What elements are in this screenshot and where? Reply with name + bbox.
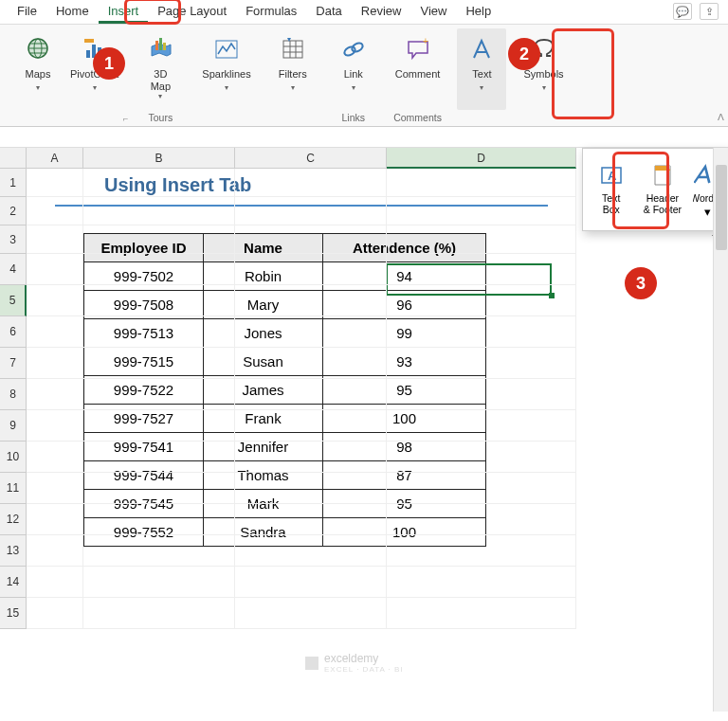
- tab-home[interactable]: Home: [46, 0, 99, 24]
- text-button[interactable]: Text▾: [457, 28, 506, 110]
- cell[interactable]: [235, 379, 387, 410]
- cell[interactable]: [83, 169, 235, 197]
- cell[interactable]: [83, 316, 235, 348]
- cell[interactable]: [387, 567, 576, 598]
- cell[interactable]: [27, 197, 83, 225]
- cell[interactable]: [235, 598, 387, 629]
- row-header-8[interactable]: 8: [0, 379, 27, 410]
- tab-page-layout[interactable]: Page Layout: [148, 0, 236, 24]
- cell[interactable]: [27, 473, 83, 504]
- cell[interactable]: [83, 379, 235, 410]
- vertical-scrollbar[interactable]: [713, 148, 728, 712]
- cell[interactable]: [27, 504, 83, 535]
- column-header-D[interactable]: D: [387, 148, 576, 169]
- row-header-5[interactable]: 5: [0, 285, 27, 316]
- cell[interactable]: [387, 316, 576, 348]
- row-header-14[interactable]: 14: [0, 567, 27, 598]
- header-footer-button[interactable]: Header & Footer: [638, 156, 687, 223]
- cell[interactable]: [235, 473, 387, 504]
- row-header-6[interactable]: 6: [0, 316, 27, 348]
- cell[interactable]: [83, 598, 235, 629]
- cell[interactable]: [235, 410, 387, 442]
- cell[interactable]: [387, 197, 576, 225]
- row-header-9[interactable]: 9: [0, 410, 27, 442]
- cell[interactable]: [83, 254, 235, 285]
- cell[interactable]: [387, 473, 576, 504]
- row-header-3[interactable]: 3: [0, 225, 27, 254]
- scrollbar-thumb[interactable]: [716, 165, 727, 250]
- cell[interactable]: [27, 535, 83, 567]
- tab-view[interactable]: View: [410, 0, 456, 24]
- cell[interactable]: [83, 567, 235, 598]
- tab-file[interactable]: File: [8, 0, 46, 24]
- cell[interactable]: [235, 567, 387, 598]
- tab-data[interactable]: Data: [306, 0, 351, 24]
- cell[interactable]: [27, 379, 83, 410]
- tab-formulas[interactable]: Formulas: [236, 0, 306, 24]
- cell[interactable]: [387, 410, 576, 442]
- cell[interactable]: [387, 535, 576, 567]
- share-icon[interactable]: ⇪: [700, 3, 719, 20]
- cell[interactable]: [27, 442, 83, 473]
- cell[interactable]: [387, 504, 576, 535]
- ribbon-collapse-icon[interactable]: ᐱ: [718, 112, 724, 122]
- cell[interactable]: [83, 535, 235, 567]
- row-header-1[interactable]: 1: [0, 169, 27, 197]
- cell[interactable]: [235, 504, 387, 535]
- cell[interactable]: [83, 442, 235, 473]
- cell[interactable]: [235, 254, 387, 285]
- cell[interactable]: [27, 410, 83, 442]
- cell[interactable]: [27, 254, 83, 285]
- select-all-corner[interactable]: [0, 148, 27, 169]
- cell[interactable]: [27, 225, 83, 254]
- comments-icon[interactable]: 💬: [673, 3, 692, 20]
- maps-button[interactable]: Maps▾: [13, 28, 63, 110]
- column-header-A[interactable]: A: [27, 148, 83, 169]
- cell[interactable]: [387, 225, 576, 254]
- tab-review[interactable]: Review: [352, 0, 411, 24]
- row-header-7[interactable]: 7: [0, 348, 27, 379]
- cell[interactable]: [83, 285, 235, 316]
- cell[interactable]: [235, 316, 387, 348]
- cell[interactable]: [235, 535, 387, 567]
- row-header-11[interactable]: 11: [0, 473, 27, 504]
- cell[interactable]: [83, 473, 235, 504]
- group-launcher-icon[interactable]: ⌐: [123, 114, 128, 123]
- filters-button[interactable]: Filters▾: [268, 28, 318, 110]
- cell[interactable]: [387, 442, 576, 473]
- symbols-button[interactable]: Symbols▾: [518, 28, 569, 110]
- pivotchart-button[interactable]: PivotChart▾: [64, 28, 124, 110]
- cell[interactable]: [83, 197, 235, 225]
- cell[interactable]: [387, 285, 576, 316]
- cell[interactable]: [27, 169, 83, 197]
- row-header-15[interactable]: 15: [0, 598, 27, 629]
- cell[interactable]: [83, 225, 235, 254]
- cell[interactable]: [387, 254, 576, 285]
- cell[interactable]: [235, 285, 387, 316]
- row-header-2[interactable]: 2: [0, 197, 27, 225]
- cell[interactable]: [387, 169, 576, 197]
- column-header-C[interactable]: C: [235, 148, 387, 169]
- 3dmap-button[interactable]: 3D Map ▾: [136, 28, 185, 110]
- cell[interactable]: [387, 348, 576, 379]
- cell[interactable]: [235, 442, 387, 473]
- cell[interactable]: [235, 197, 387, 225]
- comment-button[interactable]: + Comment: [390, 28, 446, 110]
- cell[interactable]: [235, 169, 387, 197]
- cell[interactable]: [27, 285, 83, 316]
- cell[interactable]: [27, 567, 83, 598]
- cell[interactable]: [387, 598, 576, 629]
- row-header-10[interactable]: 10: [0, 442, 27, 473]
- link-button[interactable]: Link▾: [329, 28, 378, 110]
- textbox-button[interactable]: A Text Box: [591, 156, 632, 223]
- cell[interactable]: [235, 348, 387, 379]
- column-header-B[interactable]: B: [83, 148, 235, 169]
- tab-insert[interactable]: Insert: [99, 0, 149, 24]
- row-header-12[interactable]: 12: [0, 504, 27, 535]
- cell[interactable]: [83, 348, 235, 379]
- row-header-13[interactable]: 13: [0, 535, 27, 567]
- cell[interactable]: [27, 316, 83, 348]
- cell[interactable]: [387, 379, 576, 410]
- cell[interactable]: [235, 225, 387, 254]
- cell[interactable]: [27, 348, 83, 379]
